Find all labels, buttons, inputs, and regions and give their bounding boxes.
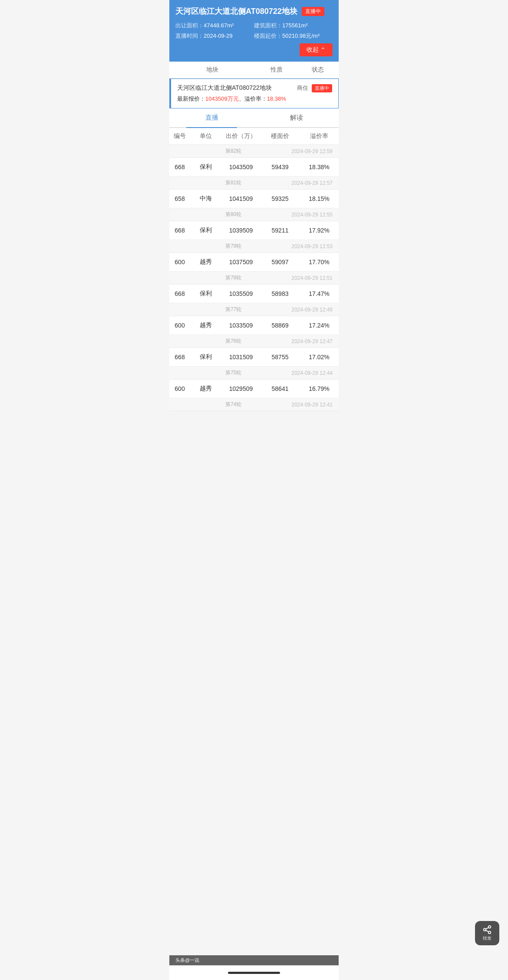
tab-live-label: 直播	[205, 114, 218, 121]
area-label: 出让面积：	[175, 22, 204, 29]
bid-floor-price: 58641	[261, 385, 300, 392]
col-header-status: 状态	[297, 66, 339, 74]
floor-price-label: 楼面起价：	[254, 33, 282, 39]
bid-unit: 保利	[190, 290, 221, 298]
area-item: 出让面积：47448.67m²	[175, 22, 254, 29]
bid-floor-price: 58983	[261, 290, 300, 297]
round-time: 2024-09-29 12:51	[291, 275, 333, 281]
price-sep: 、溢价率：	[239, 95, 267, 102]
table-row: 600 越秀 1033509 58869 17.24%	[169, 316, 339, 335]
round-time: 2024-09-29 12:49	[291, 307, 333, 313]
header-section: 天河区临江大道北侧AT080722地块 直播中 出让面积：47448.67m² …	[169, 0, 339, 62]
th-premium: 溢价率	[300, 132, 339, 140]
latest-price-label: 最新报价：	[177, 95, 205, 102]
bid-unit: 保利	[190, 226, 221, 234]
building-area-label: 建筑面积：	[254, 22, 282, 29]
bid-unit: 保利	[190, 163, 221, 171]
round-time: 2024-09-29 12:44	[291, 370, 333, 376]
bid-floor-price: 58755	[261, 354, 300, 361]
round-separator: 第80轮2024-09-29 12:55	[169, 208, 339, 221]
round-separator: 第76轮2024-09-29 12:47	[169, 335, 339, 348]
floor-price-item: 楼面起价：50210.98元/m²	[254, 32, 333, 40]
round-name: 第82轮	[175, 147, 291, 155]
round-time: 2024-09-29 12:53	[291, 243, 333, 249]
premium-rate-value: 18.38%	[267, 95, 286, 102]
live-badge: 直播中	[302, 7, 324, 16]
round-separator: 第75轮2024-09-29 12:44	[169, 367, 339, 380]
bid-floor-price: 59325	[261, 195, 300, 202]
broadcast-value: 2024-09-29	[204, 33, 233, 39]
round-separator: 第77轮2024-09-29 12:49	[169, 303, 339, 316]
table-row: 600 越秀 1029509 58641 16.79%	[169, 380, 339, 398]
round-name: 第78轮	[175, 274, 291, 282]
round-time: 2024-09-29 12:41	[291, 402, 333, 408]
floor-price-value: 50210.98元/m²	[282, 33, 320, 39]
bid-price: 1041509	[221, 195, 261, 202]
tab-analysis[interactable]: 解读	[254, 108, 339, 127]
bid-no: 668	[169, 290, 190, 297]
building-area-item: 建筑面积：175561m²	[254, 22, 333, 29]
bid-premium-rate: 17.70%	[300, 259, 339, 265]
column-headers: 地块 性质 状态	[169, 62, 339, 79]
area-value: 47448.67m²	[204, 22, 234, 29]
header-title-row: 天河区临江大道北侧AT080722地块 直播中	[175, 6, 333, 16]
table-row: 668 保利 1039509 59211 17.92%	[169, 221, 339, 240]
tab-analysis-label: 解读	[290, 114, 303, 121]
broadcast-label: 直播时间：	[175, 33, 204, 39]
property-type: 商住	[297, 84, 308, 92]
table-row: 668 保利 1031509 58755 17.02%	[169, 348, 339, 367]
th-unit: 单位	[190, 132, 221, 140]
bid-price: 1039509	[221, 227, 261, 234]
round-separator: 第79轮2024-09-29 12:53	[169, 240, 339, 253]
bid-no: 668	[169, 354, 190, 361]
property-status-badge: 直播中	[312, 84, 332, 92]
bid-premium-rate: 17.92%	[300, 227, 339, 234]
th-price: 出价（万）	[221, 132, 261, 140]
bid-unit: 越秀	[190, 321, 221, 329]
col-header-plot: 地块	[169, 66, 256, 74]
bid-price: 1029509	[221, 385, 261, 392]
col-header-nature: 性质	[256, 66, 297, 74]
property-name: 天河区临江大道北侧AT080722地块	[177, 84, 297, 92]
bid-unit: 中海	[190, 195, 221, 203]
round-time: 2024-09-29 12:59	[291, 148, 333, 154]
chevron-up-icon: ⌃	[320, 46, 326, 53]
th-floor: 楼面价	[261, 132, 300, 140]
round-name: 第81轮	[175, 179, 291, 187]
round-separator: 第78轮2024-09-29 12:51	[169, 272, 339, 285]
th-no: 编号	[169, 132, 190, 140]
collapse-btn-row: 收起 ⌃	[175, 43, 333, 56]
tabs-row: 直播 解读	[169, 108, 339, 128]
round-name: 第76轮	[175, 338, 291, 345]
table-row: 668 保利 1043509 59439 18.38%	[169, 158, 339, 177]
property-card-top: 天河区临江大道北侧AT080722地块 商住 直播中	[177, 84, 332, 92]
bid-unit: 越秀	[190, 258, 221, 266]
round-separator: 第82轮2024-09-29 12:59	[169, 145, 339, 158]
bid-no: 600	[169, 322, 190, 329]
collapse-button[interactable]: 收起 ⌃	[300, 43, 333, 56]
tab-live[interactable]: 直播	[169, 108, 254, 127]
property-price-row: 最新报价：1043509万元、溢价率：18.38%	[177, 95, 332, 103]
bid-unit: 保利	[190, 353, 221, 361]
bid-premium-rate: 16.79%	[300, 385, 339, 392]
bid-premium-rate: 18.38%	[300, 164, 339, 170]
latest-price-value: 1043509万元	[205, 95, 239, 102]
round-name: 第74轮	[175, 401, 291, 408]
bid-floor-price: 59211	[261, 227, 300, 234]
bid-unit: 越秀	[190, 385, 221, 393]
bid-premium-rate: 17.47%	[300, 290, 339, 297]
bid-price: 1033509	[221, 322, 261, 329]
broadcast-item: 直播时间：2024-09-29	[175, 32, 254, 40]
bid-price: 1037509	[221, 259, 261, 265]
page-title: 天河区临江大道北侧AT080722地块	[175, 6, 297, 16]
round-time: 2024-09-29 12:55	[291, 212, 333, 218]
bid-no: 668	[169, 164, 190, 170]
bid-floor-price: 58869	[261, 322, 300, 329]
round-time: 2024-09-29 12:47	[291, 338, 333, 344]
property-card: 天河区临江大道北侧AT080722地块 商住 直播中 最新报价：1043509万…	[169, 79, 339, 108]
round-name: 第75轮	[175, 369, 291, 377]
round-time: 2024-09-29 12:57	[291, 180, 333, 186]
round-name: 第79轮	[175, 243, 291, 250]
round-name: 第77轮	[175, 306, 291, 313]
bid-premium-rate: 17.24%	[300, 322, 339, 329]
